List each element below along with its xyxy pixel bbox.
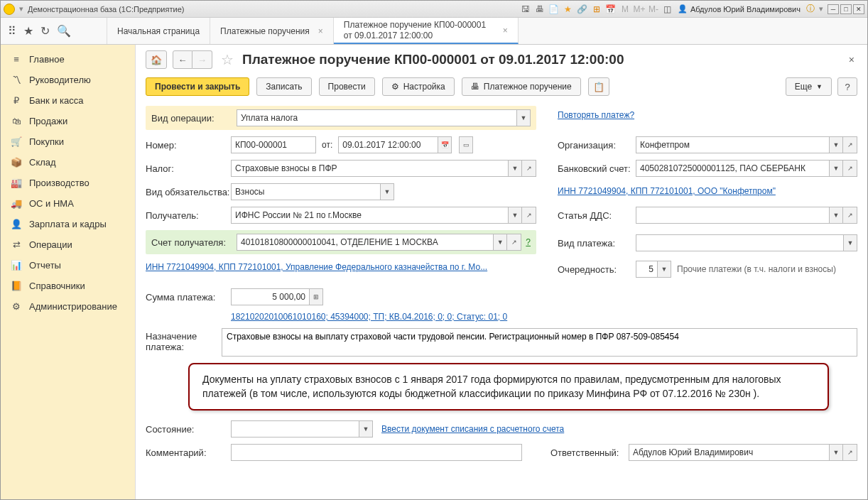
kbk-details-link[interactable]: 18210202010061010160; 45394000; ТП; КВ.0… bbox=[231, 312, 507, 322]
calendar-icon[interactable]: 📅 bbox=[605, 4, 617, 15]
open-button[interactable]: ↗ bbox=[843, 136, 857, 153]
repeat-payment-link[interactable]: Повторять платеж? bbox=[558, 110, 634, 120]
tax-input[interactable] bbox=[231, 160, 508, 177]
dropdown-button[interactable]: ▼ bbox=[829, 136, 843, 153]
post-button[interactable]: Провести bbox=[319, 77, 375, 96]
sidebar-item-bank[interactable]: ₽Банк и касса bbox=[1, 90, 135, 111]
purpose-textarea[interactable] bbox=[222, 328, 857, 357]
sidebar-item-operations[interactable]: ⇄Операции bbox=[1, 234, 135, 255]
dropdown-button[interactable]: ▼ bbox=[508, 207, 522, 224]
responsible-input[interactable] bbox=[629, 444, 829, 461]
comment-input[interactable] bbox=[231, 444, 522, 461]
sidebar-item-purchases[interactable]: 🛒Покупки bbox=[1, 131, 135, 152]
doc-icon[interactable]: 📄 bbox=[548, 4, 560, 15]
attach-button[interactable]: 📋 bbox=[588, 77, 609, 96]
m-minus-icon[interactable]: M- bbox=[648, 4, 659, 15]
calculator-button[interactable]: ⊞ bbox=[309, 288, 323, 305]
link-icon[interactable]: 🔗 bbox=[577, 4, 588, 15]
dropdown-button[interactable]: ▼ bbox=[508, 160, 522, 177]
sidebar-item-catalogs[interactable]: 📙Справочники bbox=[1, 276, 135, 296]
operation-type-input[interactable] bbox=[237, 109, 516, 126]
close-tab-icon[interactable]: × bbox=[503, 26, 508, 36]
search-icon[interactable]: 🔍 bbox=[57, 24, 71, 38]
favorite-icon[interactable]: ★ bbox=[23, 24, 33, 38]
status-input[interactable] bbox=[231, 420, 359, 438]
print-form-button[interactable]: 🖶Платежное поручение bbox=[462, 77, 581, 96]
dropdown-button[interactable]: ▼ bbox=[359, 420, 373, 438]
close-document-button[interactable]: × bbox=[846, 51, 857, 68]
payment-type-input[interactable] bbox=[636, 234, 843, 251]
forward-button[interactable]: → bbox=[192, 50, 212, 69]
open-button[interactable]: ↗ bbox=[522, 207, 536, 224]
dropdown-button[interactable]: ▼ bbox=[829, 444, 843, 461]
priority-input[interactable] bbox=[636, 261, 657, 278]
m-plus-icon[interactable]: M+ bbox=[634, 4, 645, 15]
dropdown-button[interactable]: ▼ bbox=[829, 207, 843, 224]
dropdown-button[interactable]: ▼ bbox=[657, 261, 671, 278]
sidebar-item-main[interactable]: ≡Главное bbox=[1, 49, 135, 70]
tab-document[interactable]: Платежное поручение КП00-000001 от 09.01… bbox=[334, 18, 519, 44]
amount-input[interactable] bbox=[231, 288, 309, 305]
date-input[interactable] bbox=[338, 136, 438, 153]
treasury-details-link[interactable]: ИНН 7721049904, КПП 772101001, Управлени… bbox=[146, 262, 487, 272]
sidebar-item-sales[interactable]: 🛍Продажи bbox=[1, 111, 135, 131]
dropdown-button[interactable]: ▼ bbox=[829, 160, 843, 177]
enter-writeoff-link[interactable]: Ввести документ списания с расчетного сч… bbox=[381, 424, 564, 434]
open-button[interactable]: ↗ bbox=[522, 160, 536, 177]
dds-input[interactable] bbox=[636, 207, 829, 224]
star-icon[interactable]: ★ bbox=[563, 4, 574, 15]
history-icon[interactable]: ↻ bbox=[40, 24, 50, 38]
m-icon[interactable]: M bbox=[619, 4, 631, 15]
sidebar-item-manager[interactable]: 〽Руководителю bbox=[1, 70, 135, 90]
dropdown-button[interactable]: ▼ bbox=[380, 183, 394, 200]
bank-account-input[interactable] bbox=[636, 160, 829, 177]
save-icon[interactable]: 🖫 bbox=[520, 4, 531, 15]
box-icon: 📦 bbox=[11, 157, 22, 168]
open-button[interactable]: ↗ bbox=[843, 207, 857, 224]
grid-icon[interactable]: ⠿ bbox=[8, 24, 16, 38]
help-button[interactable]: ? bbox=[837, 77, 857, 96]
save-button[interactable]: Записать bbox=[256, 77, 311, 96]
star-outline-icon[interactable]: ☆ bbox=[221, 51, 234, 68]
posted-indicator-icon[interactable]: ▭ bbox=[459, 136, 473, 153]
settings-button[interactable]: ⚙Настройка bbox=[382, 77, 455, 96]
sidebar-item-warehouse[interactable]: 📦Склад bbox=[1, 152, 135, 173]
recipient-input[interactable] bbox=[231, 207, 508, 224]
close-button[interactable]: ✕ bbox=[853, 4, 864, 14]
recipient-account-input[interactable] bbox=[237, 234, 493, 251]
dropdown-icon[interactable]: ▾ bbox=[819, 4, 823, 13]
back-button[interactable]: ← bbox=[173, 50, 192, 69]
more-button[interactable]: Еще▼ bbox=[786, 77, 832, 96]
print-icon[interactable]: 🖶 bbox=[534, 4, 546, 15]
info-icon[interactable]: ⓘ bbox=[805, 4, 816, 15]
calc-icon[interactable]: ⊞ bbox=[591, 4, 602, 15]
maximize-button[interactable]: □ bbox=[840, 4, 852, 14]
arrow-down-icon[interactable]: ▾ bbox=[19, 4, 23, 13]
sidebar-item-production[interactable]: 🏭Производство bbox=[1, 173, 135, 193]
sidebar-item-admin[interactable]: ⚙Администрирование bbox=[1, 296, 135, 317]
minimize-button[interactable]: ─ bbox=[828, 4, 839, 14]
close-tab-icon[interactable]: × bbox=[318, 26, 323, 36]
dropdown-button[interactable]: ▼ bbox=[516, 109, 531, 126]
sidebar-item-assets[interactable]: 🚚ОС и НМА bbox=[1, 193, 135, 214]
payer-details-link[interactable]: ИНН 7721049904, КПП 772101001, ООО "Конф… bbox=[558, 186, 776, 196]
panel-icon[interactable]: ◫ bbox=[662, 4, 673, 15]
org-input[interactable] bbox=[636, 136, 829, 153]
home-button[interactable]: 🏠 bbox=[146, 50, 167, 69]
obligation-input[interactable] bbox=[231, 183, 380, 200]
sidebar-item-reports[interactable]: 📊Отчеты bbox=[1, 255, 135, 276]
open-button[interactable]: ↗ bbox=[843, 444, 857, 461]
dropdown-button[interactable]: ▼ bbox=[843, 234, 857, 251]
open-button[interactable]: ↗ bbox=[507, 234, 521, 251]
tab-start[interactable]: Начальная страница bbox=[107, 18, 210, 44]
dropdown-button[interactable]: ▼ bbox=[493, 234, 507, 251]
account-hint-link[interactable]: ? bbox=[526, 237, 531, 247]
calendar-button[interactable]: 📅 bbox=[438, 136, 452, 153]
tab-list[interactable]: Платежные поручения× bbox=[210, 18, 334, 44]
open-button[interactable]: ↗ bbox=[843, 160, 857, 177]
number-input[interactable] bbox=[231, 136, 316, 153]
sidebar-item-payroll[interactable]: 👤Зарплата и кадры bbox=[1, 214, 135, 234]
post-and-close-button[interactable]: Провести и закрыть bbox=[146, 77, 249, 96]
sidebar: ≡Главное 〽Руководителю ₽Банк и касса 🛍Пр… bbox=[1, 45, 136, 499]
user-badge[interactable]: 👤 Абдулов Юрий Владимирович bbox=[678, 4, 801, 13]
